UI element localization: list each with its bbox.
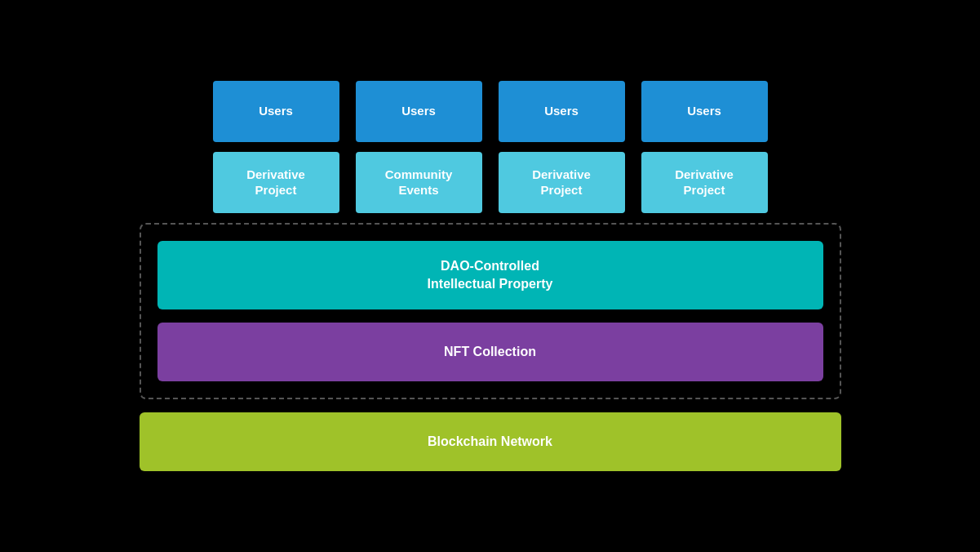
top-section: Users Users Users Users DerivativeProjec… [140,81,841,213]
architecture-diagram: Users Users Users Users DerivativeProjec… [140,81,841,472]
users-box-1: Users [213,81,339,142]
users-box-3: Users [499,81,625,142]
users-box-2: Users [356,81,482,142]
dao-container: DAO-Controlled Intellectual Property NFT… [140,223,841,400]
users-row: Users Users Users Users [140,81,841,142]
blockchain-wrapper: Blockchain Network [140,412,841,471]
dao-ip-bar: DAO-Controlled Intellectual Property [157,241,823,310]
blockchain-bar: Blockchain Network [140,412,841,471]
users-box-4: Users [641,81,768,142]
derivative-project-box-3: DerivativeProject [641,152,768,213]
nft-collection-bar: NFT Collection [157,323,823,381]
derivative-project-box-1: DerivativeProject [213,152,339,213]
projects-row: DerivativeProject CommunityEvents Deriva… [140,152,841,213]
community-events-box: CommunityEvents [356,152,482,213]
derivative-project-box-2: DerivativeProject [499,152,625,213]
